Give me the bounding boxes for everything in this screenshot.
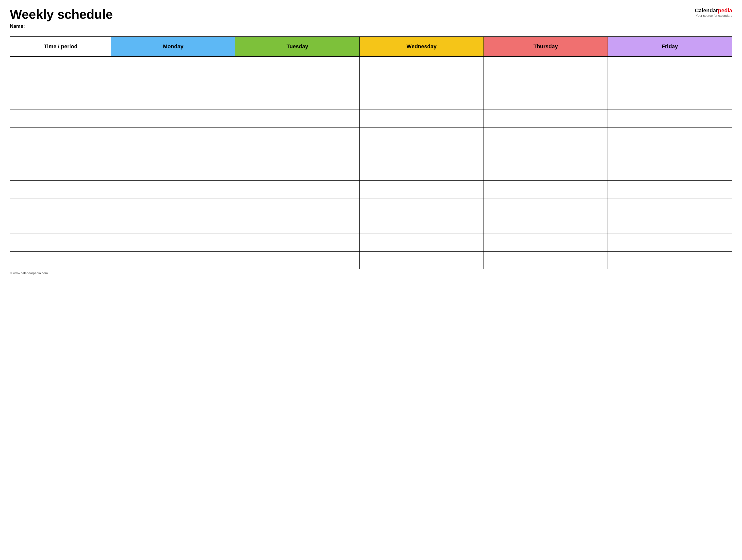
day-cell[interactable]	[111, 110, 235, 127]
page-title: Weekly schedule	[10, 7, 695, 21]
logo-calendar-part: Calendar	[695, 7, 718, 13]
logo-text: Calendarpedia	[695, 7, 732, 14]
day-cell[interactable]	[483, 198, 607, 216]
day-cell[interactable]	[608, 110, 732, 127]
day-cell[interactable]	[483, 110, 607, 127]
day-cell[interactable]	[235, 92, 360, 110]
day-cell[interactable]	[235, 234, 360, 251]
day-cell[interactable]	[360, 180, 483, 198]
day-cell[interactable]	[235, 251, 360, 269]
table-row	[10, 74, 732, 92]
table-row	[10, 145, 732, 163]
day-cell[interactable]	[235, 56, 360, 74]
day-cell[interactable]	[111, 180, 235, 198]
table-row	[10, 163, 732, 180]
table-row	[10, 92, 732, 110]
day-cell[interactable]	[235, 198, 360, 216]
day-cell[interactable]	[483, 56, 607, 74]
day-cell[interactable]	[111, 234, 235, 251]
schedule-body	[10, 56, 732, 269]
day-cell[interactable]	[360, 198, 483, 216]
table-row	[10, 198, 732, 216]
day-cell[interactable]	[483, 92, 607, 110]
day-cell[interactable]	[111, 127, 235, 145]
title-section: Weekly schedule Name:	[10, 7, 695, 34]
time-cell[interactable]	[10, 216, 111, 234]
day-cell[interactable]	[483, 251, 607, 269]
day-cell[interactable]	[235, 163, 360, 180]
col-header-thursday: Thursday	[483, 37, 607, 56]
time-cell[interactable]	[10, 127, 111, 145]
schedule-table: Time / period Monday Tuesday Wednesday T…	[10, 37, 732, 269]
day-cell[interactable]	[360, 145, 483, 163]
time-cell[interactable]	[10, 92, 111, 110]
day-cell[interactable]	[235, 127, 360, 145]
table-row	[10, 251, 732, 269]
table-row	[10, 127, 732, 145]
footer: © www.calendarpedia.com	[10, 271, 732, 275]
logo-pedia-part: pedia	[718, 7, 732, 13]
time-cell[interactable]	[10, 234, 111, 251]
day-cell[interactable]	[608, 198, 732, 216]
day-cell[interactable]	[111, 145, 235, 163]
table-row	[10, 180, 732, 198]
time-cell[interactable]	[10, 163, 111, 180]
day-cell[interactable]	[111, 251, 235, 269]
time-cell[interactable]	[10, 74, 111, 92]
day-cell[interactable]	[483, 127, 607, 145]
day-cell[interactable]	[608, 180, 732, 198]
day-cell[interactable]	[360, 163, 483, 180]
time-cell[interactable]	[10, 198, 111, 216]
day-cell[interactable]	[111, 92, 235, 110]
day-cell[interactable]	[111, 56, 235, 74]
col-header-wednesday: Wednesday	[360, 37, 483, 56]
table-row	[10, 110, 732, 127]
day-cell[interactable]	[608, 163, 732, 180]
time-cell[interactable]	[10, 110, 111, 127]
time-cell[interactable]	[10, 56, 111, 74]
day-cell[interactable]	[608, 145, 732, 163]
day-cell[interactable]	[235, 180, 360, 198]
day-cell[interactable]	[483, 216, 607, 234]
day-cell[interactable]	[360, 234, 483, 251]
footer-text: © www.calendarpedia.com	[10, 271, 48, 275]
day-cell[interactable]	[608, 234, 732, 251]
time-cell[interactable]	[10, 145, 111, 163]
day-cell[interactable]	[608, 56, 732, 74]
day-cell[interactable]	[360, 92, 483, 110]
day-cell[interactable]	[235, 74, 360, 92]
table-row	[10, 56, 732, 74]
table-row	[10, 216, 732, 234]
time-cell[interactable]	[10, 251, 111, 269]
day-cell[interactable]	[483, 74, 607, 92]
day-cell[interactable]	[483, 234, 607, 251]
day-cell[interactable]	[608, 216, 732, 234]
time-cell[interactable]	[10, 180, 111, 198]
day-cell[interactable]	[111, 198, 235, 216]
day-cell[interactable]	[360, 127, 483, 145]
col-header-tuesday: Tuesday	[235, 37, 360, 56]
day-cell[interactable]	[483, 180, 607, 198]
day-cell[interactable]	[608, 251, 732, 269]
header-area: Weekly schedule Name: Calendarpedia Your…	[10, 7, 732, 34]
logo-tagline: Your source for calendars	[695, 14, 732, 17]
name-label: Name:	[10, 23, 695, 29]
day-cell[interactable]	[235, 145, 360, 163]
day-cell[interactable]	[235, 110, 360, 127]
day-cell[interactable]	[111, 163, 235, 180]
day-cell[interactable]	[483, 163, 607, 180]
day-cell[interactable]	[360, 110, 483, 127]
table-row	[10, 234, 732, 251]
day-cell[interactable]	[360, 216, 483, 234]
day-cell[interactable]	[111, 216, 235, 234]
day-cell[interactable]	[360, 251, 483, 269]
day-cell[interactable]	[483, 145, 607, 163]
day-cell[interactable]	[235, 216, 360, 234]
day-cell[interactable]	[608, 127, 732, 145]
day-cell[interactable]	[608, 92, 732, 110]
day-cell[interactable]	[360, 74, 483, 92]
day-cell[interactable]	[111, 74, 235, 92]
logo-section: Calendarpedia Your source for calendars	[695, 7, 732, 17]
day-cell[interactable]	[360, 56, 483, 74]
day-cell[interactable]	[608, 74, 732, 92]
